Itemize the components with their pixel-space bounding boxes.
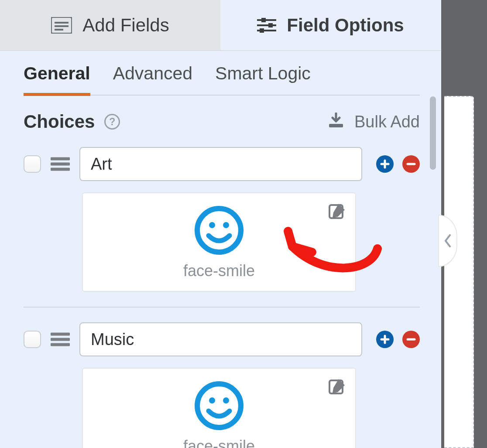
svg-rect-7 bbox=[268, 23, 273, 27]
svg-rect-10 bbox=[329, 124, 343, 127]
svg-point-18 bbox=[197, 209, 241, 252]
main-tabs: Add Fields Field Options bbox=[0, 0, 441, 51]
tab-field-options[interactable]: Field Options bbox=[220, 0, 441, 50]
choice-icon-card: face-smile bbox=[82, 368, 356, 448]
field-options-panel: Add Fields Field Options General Advance… bbox=[0, 0, 441, 448]
question-circle-icon[interactable]: ? bbox=[104, 114, 120, 130]
tab-add-fields[interactable]: Add Fields bbox=[0, 0, 220, 50]
grip-lines-icon[interactable] bbox=[51, 332, 70, 347]
svg-rect-9 bbox=[260, 28, 264, 33]
list-icon bbox=[51, 17, 72, 34]
panel-body: General Advanced Smart Logic Choices ? B… bbox=[0, 51, 441, 448]
svg-point-30 bbox=[223, 397, 229, 404]
svg-rect-5 bbox=[261, 18, 266, 22]
choice-item: face-smile bbox=[24, 322, 420, 448]
pencil-square-icon[interactable] bbox=[328, 202, 346, 222]
add-choice-button[interactable] bbox=[376, 155, 394, 173]
tab-add-fields-label: Add Fields bbox=[82, 15, 169, 36]
tab-field-options-label: Field Options bbox=[287, 15, 404, 36]
choice-item: face-smile bbox=[24, 147, 420, 308]
choice-row bbox=[24, 147, 420, 181]
sub-tabs: General Advanced Smart Logic bbox=[24, 59, 420, 96]
subtab-advanced[interactable]: Advanced bbox=[113, 58, 192, 95]
scrollbar-thumb[interactable] bbox=[430, 96, 436, 170]
choices-title: Choices bbox=[24, 111, 95, 132]
bulk-add-button[interactable]: Bulk Add bbox=[327, 113, 420, 131]
choice-icon-name: face-smile bbox=[183, 262, 255, 280]
pencil-square-icon[interactable] bbox=[328, 377, 346, 397]
svg-point-20 bbox=[223, 222, 229, 228]
subtab-smart-logic[interactable]: Smart Logic bbox=[215, 58, 311, 95]
download-icon bbox=[327, 113, 345, 131]
remove-choice-button[interactable] bbox=[402, 155, 420, 173]
choice-default-checkbox[interactable] bbox=[24, 331, 41, 348]
face-smile-icon bbox=[193, 380, 245, 432]
choice-icon-name: face-smile bbox=[183, 437, 255, 448]
svg-point-19 bbox=[209, 222, 215, 228]
bulk-add-label: Bulk Add bbox=[354, 113, 420, 131]
grip-lines-icon[interactable] bbox=[51, 156, 70, 172]
subtab-general[interactable]: General bbox=[24, 58, 90, 95]
svg-point-28 bbox=[197, 384, 241, 427]
choice-label-input[interactable] bbox=[79, 322, 362, 356]
choice-label-input[interactable] bbox=[79, 147, 362, 181]
sliders-icon bbox=[257, 17, 276, 34]
choices-header: Choices ? Bulk Add bbox=[24, 111, 420, 132]
preview-area bbox=[444, 96, 474, 448]
choice-row bbox=[24, 322, 420, 356]
choice-icon-card: face-smile bbox=[82, 192, 356, 292]
remove-choice-button[interactable] bbox=[402, 331, 420, 348]
add-choice-button[interactable] bbox=[376, 331, 394, 348]
svg-point-29 bbox=[209, 397, 215, 404]
chevron-left-icon bbox=[443, 234, 453, 247]
choice-default-checkbox[interactable] bbox=[24, 155, 41, 173]
face-smile-icon bbox=[193, 204, 245, 256]
